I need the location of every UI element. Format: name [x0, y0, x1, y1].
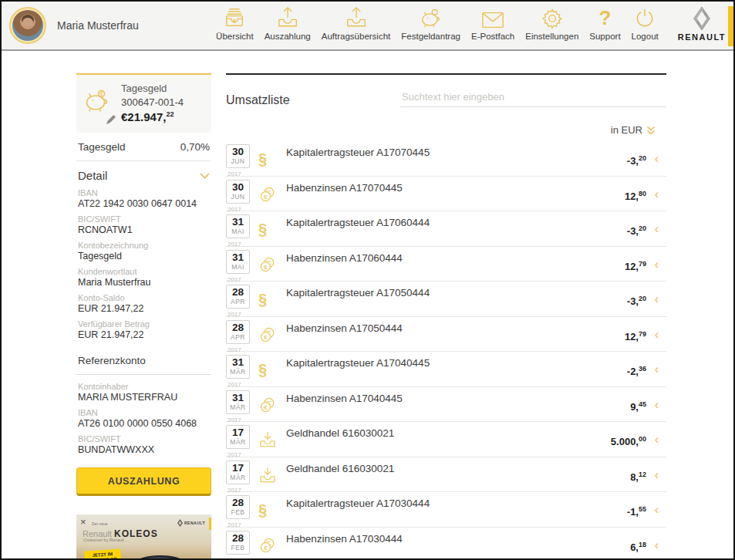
car-image	[116, 548, 210, 560]
date-box: 30 JUN	[226, 144, 250, 168]
transaction-row[interactable]: 30 JUN 2017 § Kapitalertragsteuer A17070…	[226, 141, 666, 177]
transaction-row[interactable]: 31 MÄR 2017 € Habenzinsen A17040445 9,45…	[226, 387, 666, 423]
date-year: 2017	[228, 557, 258, 560]
row-expand-chevron-icon[interactable]: ‹	[655, 504, 659, 516]
nav-item[interactable]: ? Support	[589, 5, 620, 41]
transaction-description: Kapitalertragsteuer A17050444	[286, 282, 666, 316]
nav-item[interactable]: Festgeldantrag	[401, 5, 460, 41]
renault-diamond-icon	[692, 6, 712, 31]
transaction-date: 30 JUN 2017	[226, 177, 258, 211]
date-month: MÄR	[227, 369, 249, 376]
field-value: BUNDATWWXXX	[78, 444, 210, 455]
gear-icon	[541, 5, 563, 29]
date-box: 28 APR	[226, 285, 250, 309]
row-expand-chevron-icon[interactable]: ‹	[655, 293, 659, 305]
account-card-text: Tagesgeld 300647-001-4 €21.947,22	[121, 83, 184, 123]
row-expand-chevron-icon[interactable]: ‹	[655, 188, 659, 201]
row-expand-chevron-icon[interactable]: ‹	[655, 539, 659, 552]
nav-item[interactable]: Logout	[632, 5, 659, 41]
chevron-down-icon	[200, 173, 210, 179]
search-input[interactable]	[400, 89, 666, 107]
row-expand-chevron-icon[interactable]: ‹	[655, 258, 659, 271]
date-month: MÄR	[227, 439, 249, 446]
transaction-row[interactable]: 31 MÄR 2017 § Kapitalertragsteuer A17040…	[226, 352, 666, 387]
account-number: 300647-001-4	[121, 96, 184, 108]
transaction-row[interactable]: 31 MAI 2017 € Habenzinsen A17060444 12,7…	[226, 247, 666, 282]
nav-item[interactable]: E-Postfach	[471, 5, 514, 41]
transaction-row[interactable]: 17 MÄR 2017 Geldhandel 616030021 5.000,0…	[226, 422, 666, 457]
date-day: 17	[227, 427, 249, 438]
transaction-row[interactable]: 17 MÄR 2017 Geldhandel 616030021 8,12 ‹	[226, 457, 666, 493]
user-name: Maria Musterfrau	[57, 19, 139, 32]
field-value: Maria Musterfrau	[78, 277, 210, 288]
row-expand-chevron-icon[interactable]: ‹	[655, 153, 659, 165]
coins-icon: €	[258, 247, 286, 282]
avatar-photo	[12, 10, 43, 41]
double-chevron-down-icon[interactable]	[646, 126, 656, 135]
nav-item[interactable]: € Übersicht	[216, 5, 254, 41]
nav-item[interactable]: Auftragsübersicht	[322, 5, 391, 41]
envelope-icon	[481, 5, 504, 29]
ad-banner[interactable]: × Der neue Renault KOLEOS Crossover by R…	[76, 514, 211, 560]
tray-down-icon	[258, 422, 286, 457]
detail-fields: IBAN AT22 1942 0030 0647 0014 BIC/SWIFT …	[76, 188, 211, 340]
transaction-amount: 12,80	[625, 190, 646, 202]
piggy-bank-icon	[419, 5, 443, 29]
transaction-description: Habenzinsen A17030444	[286, 528, 666, 560]
field-value: EUR 21.947,22	[78, 329, 210, 340]
detail-section-toggle[interactable]: Detail	[76, 161, 211, 188]
date-day: 30	[227, 147, 249, 157]
ad-yellow-stripe	[209, 518, 211, 530]
date-day: 28	[227, 533, 249, 544]
transaction-row[interactable]: 28 APR 2017 § Kapitalertragsteuer A17050…	[226, 282, 666, 317]
nav-item[interactable]: Auszahlung	[265, 5, 311, 41]
transaction-row[interactable]: 28 FEB 2017 § Kapitalertragsteuer A17030…	[226, 492, 666, 528]
transaction-row[interactable]: 30 JUN 2017 € Habenzinsen A17070445 12,8…	[226, 177, 666, 212]
date-month: FEB	[227, 509, 249, 516]
page-title: Umsatzliste	[226, 93, 290, 107]
payout-button[interactable]: AUSZAHLUNG	[76, 467, 211, 496]
svg-text:€: €	[264, 403, 268, 410]
row-expand-chevron-icon[interactable]: ‹	[655, 433, 659, 446]
transaction-row[interactable]: 31 MAI 2017 § Kapitalertragsteuer A17060…	[226, 211, 666, 247]
nav-item-label: Einstellungen	[525, 32, 578, 41]
field-value: RCNOATW1	[78, 224, 210, 235]
row-expand-chevron-icon[interactable]: ‹	[655, 223, 659, 235]
edit-pencil-icon[interactable]	[106, 115, 116, 125]
date-day: 30	[227, 182, 249, 193]
tray-up-icon	[345, 5, 368, 29]
transaction-description: Kapitalertragsteuer A17030444	[286, 492, 666, 527]
transaction-list: 30 JUN 2017 § Kapitalertragsteuer A17070…	[226, 141, 666, 560]
date-month: MAI	[227, 264, 249, 271]
power-icon	[634, 5, 656, 29]
tray-down-icon	[258, 457, 286, 492]
nav-item[interactable]: Einstellungen	[525, 5, 578, 41]
coins-icon: €	[258, 177, 286, 211]
account-card[interactable]: € Tagesgeld 300647-001-4 €21.947,22	[76, 73, 211, 133]
paragraph-icon: §	[258, 141, 286, 176]
row-expand-chevron-icon[interactable]: ‹	[655, 329, 659, 341]
transaction-date: 17 MÄR 2017	[226, 422, 258, 457]
brand-yellow-stripe	[728, 6, 733, 46]
drawer-euro-icon: €	[223, 5, 246, 29]
transaction-date: 17 MÄR 2017	[226, 457, 258, 492]
transaction-row[interactable]: 28 APR 2017 € Habenzinsen A17050444 12,7…	[226, 317, 666, 353]
transaction-amount: -3,20	[627, 295, 646, 307]
date-month: JUN	[227, 158, 249, 165]
rate-value: 0,70%	[180, 141, 210, 153]
field-label: Konto-Saldo	[78, 293, 210, 302]
transaction-description: Kapitalertragsteuer A17040445	[286, 352, 666, 386]
transaction-amount: -2,36	[627, 365, 646, 377]
date-box: 31 MÄR	[226, 390, 250, 414]
row-expand-chevron-icon[interactable]: ‹	[655, 363, 659, 376]
date-day: 31	[227, 217, 249, 228]
row-expand-chevron-icon[interactable]: ‹	[655, 399, 659, 411]
avatar[interactable]	[9, 7, 46, 44]
date-month: JUN	[227, 194, 249, 201]
nav-item-label: Übersicht	[216, 32, 254, 41]
transaction-row[interactable]: 28 FEB 2017 € Habenzinsen A17030444 6,18…	[226, 528, 666, 560]
coins-icon: €	[258, 387, 286, 422]
date-box: 31 MÄR	[226, 355, 250, 379]
row-expand-chevron-icon[interactable]: ‹	[655, 469, 659, 481]
field-label: BIC/SWIFT	[78, 434, 210, 444]
